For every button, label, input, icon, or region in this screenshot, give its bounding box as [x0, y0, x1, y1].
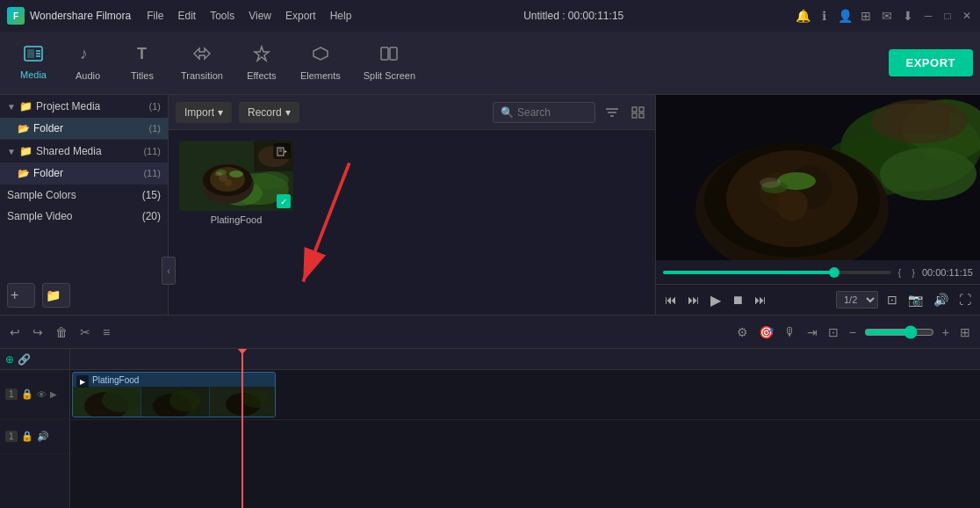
- add-media-button[interactable]: +: [7, 283, 35, 308]
- step-fwd-button[interactable]: ⏭: [753, 291, 768, 308]
- shared-media-folder[interactable]: 📂 Folder (11): [0, 163, 168, 184]
- splitscreen-label: Split Screen: [364, 70, 415, 81]
- zoom-in-button[interactable]: +: [940, 323, 952, 342]
- expand-panel-button[interactable]: ⊞: [957, 323, 973, 342]
- svg-point-30: [215, 172, 222, 176]
- timeline-body: ⊕ 🔗 1 🔒 👁 ▶ 1 🔒 🔊: [0, 349, 980, 508]
- audio-lock-icon[interactable]: 🔒: [21, 431, 33, 442]
- menu-export[interactable]: Export: [285, 10, 316, 22]
- zoom-slider[interactable]: [864, 325, 934, 339]
- minimize-button[interactable]: ─: [922, 10, 934, 22]
- undo-button[interactable]: ↩: [7, 323, 23, 342]
- svg-rect-17: [639, 113, 644, 118]
- notification-icon[interactable]: 🔔: [796, 9, 810, 23]
- zoom-out-button[interactable]: −: [847, 323, 859, 342]
- search-input[interactable]: [517, 106, 587, 119]
- shared-media-label: Shared Media: [36, 145, 102, 157]
- media-thumb-overlay: [273, 143, 291, 159]
- main-toolbar: Media ♪ Audio T Titles Transition Effect…: [0, 32, 980, 95]
- progress-thumb[interactable]: [829, 267, 839, 278]
- window-controls: 🔔 ℹ 👤 ⊞ ✉ ⬇ ─ □ ✕: [796, 9, 973, 23]
- magnet-icon: ⊕: [5, 353, 14, 366]
- project-media-folder[interactable]: 📂 Folder (1): [0, 118, 168, 139]
- new-folder-button[interactable]: 📁: [42, 283, 70, 308]
- close-gap-button[interactable]: ⇥: [804, 323, 820, 342]
- grid-view-button[interactable]: [629, 104, 648, 121]
- step-back-button[interactable]: ⏮: [663, 291, 679, 308]
- progress-bar-container: { } 00:00:11:15: [656, 260, 980, 284]
- svg-rect-10: [390, 47, 397, 60]
- svg-marker-8: [313, 47, 328, 60]
- fullscreen-button[interactable]: ⛶: [957, 291, 973, 308]
- shared-media-header[interactable]: ▼ 📁 Shared Media (11): [0, 140, 168, 163]
- titles-label: Titles: [131, 70, 154, 81]
- profile-icon[interactable]: 👤: [838, 9, 852, 23]
- import-button[interactable]: Import ▾: [176, 102, 232, 123]
- record-button[interactable]: Record ▾: [239, 102, 299, 123]
- import-chevron: ▾: [218, 106, 223, 119]
- export-button[interactable]: EXPORT: [889, 49, 973, 76]
- media-item-platingfood[interactable]: ✓ PlatingFood: [179, 141, 293, 225]
- grid-icon[interactable]: ⊞: [859, 9, 873, 23]
- progress-track[interactable]: [663, 271, 891, 274]
- project-media-header[interactable]: ▼ 📁 Project Media (1): [0, 95, 168, 118]
- mail-icon[interactable]: ✉: [880, 9, 894, 23]
- project-media-section: ▼ 📁 Project Media (1) 📂 Folder (1): [0, 95, 168, 140]
- titles-icon: T: [133, 45, 152, 67]
- stop-button[interactable]: ⏹: [730, 291, 746, 308]
- filter-button[interactable]: [602, 104, 622, 121]
- effects-label: Effects: [247, 70, 276, 81]
- cut-button[interactable]: ✂: [77, 323, 93, 342]
- menu-tools[interactable]: Tools: [210, 10, 234, 22]
- svg-rect-9: [381, 47, 388, 60]
- toolbar-media[interactable]: Media: [7, 40, 60, 85]
- sample-colors-item[interactable]: Sample Colors (15): [0, 185, 168, 206]
- maximize-button[interactable]: □: [941, 10, 954, 22]
- playhead-top[interactable]: [241, 349, 243, 370]
- subfolder-icon2: 📂: [18, 168, 30, 179]
- toolbar-titles[interactable]: T Titles: [116, 40, 169, 86]
- folder-icon2: 📁: [19, 145, 32, 157]
- fit-screen-button[interactable]: ⊡: [885, 291, 899, 308]
- toolbar-transition[interactable]: Transition: [170, 40, 234, 86]
- menu-view[interactable]: View: [249, 10, 271, 22]
- menu-help[interactable]: Help: [330, 10, 352, 22]
- record-label: Record: [248, 106, 282, 119]
- search-box[interactable]: 🔍: [493, 102, 595, 123]
- project-media-count: (1): [149, 101, 161, 112]
- render-preview-button[interactable]: ⚙: [734, 323, 751, 342]
- toolbar-splitscreen[interactable]: Split Screen: [353, 40, 426, 86]
- toolbar-audio[interactable]: ♪ Audio: [61, 40, 114, 86]
- menu-edit[interactable]: Edit: [178, 10, 197, 22]
- svg-point-27: [225, 179, 232, 186]
- toolbar-effects[interactable]: Effects: [235, 40, 288, 86]
- snapshot-button[interactable]: 📷: [906, 291, 925, 308]
- menu-file[interactable]: File: [147, 10, 163, 22]
- settings-button[interactable]: ≡: [100, 323, 112, 342]
- redo-button[interactable]: ↪: [30, 323, 46, 342]
- media-label: Media: [20, 69, 47, 80]
- play-button[interactable]: ▶: [709, 290, 723, 310]
- close-button[interactable]: ✕: [961, 10, 973, 22]
- pip-button[interactable]: ⊡: [825, 323, 841, 342]
- zoom-select[interactable]: 1/2 Full 1/4: [836, 291, 878, 308]
- track-motion-button[interactable]: 🎯: [756, 323, 776, 342]
- clip-thumb-1: [73, 387, 141, 417]
- audio-detach-button[interactable]: 🎙: [782, 323, 799, 342]
- lock-icon[interactable]: 🔒: [21, 388, 33, 400]
- toolbar-elements[interactable]: Elements: [290, 40, 351, 86]
- collapse-panel-button[interactable]: ‹: [162, 257, 176, 285]
- delete-button[interactable]: 🗑: [53, 323, 70, 342]
- eye-icon[interactable]: 👁: [37, 389, 47, 400]
- svg-rect-14: [632, 107, 637, 112]
- volume-button[interactable]: 🔊: [932, 291, 950, 308]
- prev-frame-button[interactable]: ⏭: [686, 291, 702, 308]
- download-icon[interactable]: ⬇: [901, 9, 915, 23]
- sample-video-item[interactable]: Sample Video (20): [0, 206, 168, 227]
- shared-folder-count: (11): [143, 168, 161, 178]
- track-video-num: 1: [5, 388, 18, 400]
- info-icon[interactable]: ℹ: [817, 9, 831, 23]
- video-clip-platingfood[interactable]: ▶ PlatingFood: [72, 372, 276, 417]
- audio-volume-icon[interactable]: 🔊: [37, 431, 49, 442]
- svg-point-63: [241, 390, 270, 408]
